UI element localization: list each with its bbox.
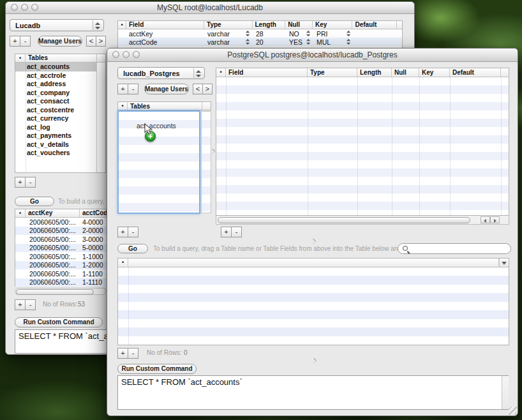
table-list-item[interactable]: act_company [15,89,97,98]
cell-acctkey[interactable]: 20060605/00:... [26,269,80,278]
table-row[interactable]: acctKey varchar 28 NO PRI [118,29,402,38]
stepper-icon[interactable] [246,39,250,45]
vertical-scrollbar-gutter[interactable] [96,63,105,172]
stepper-icon[interactable] [306,31,311,36]
add-database-button[interactable]: + [10,36,20,47]
back-button[interactable]: < [193,84,203,94]
vertical-scrollbar-gutter[interactable] [502,376,509,409]
database-dropdown[interactable]: lucadb_Postgres [117,67,205,79]
manage-users-button[interactable]: Manage Users [144,84,189,94]
cell-null[interactable]: YES [287,38,314,46]
stepper-icon[interactable] [306,39,311,45]
add-row-button[interactable]: + [117,348,128,359]
add-database-button[interactable]: + [117,84,128,94]
column-header-tables[interactable]: Tables [128,102,202,110]
horizontal-scrollbar[interactable] [216,216,509,225]
column-header-type[interactable]: Type [204,21,252,29]
column-header-length[interactable]: Length [253,21,286,29]
cell-acctkey[interactable]: 20060605/00:... [26,227,80,236]
mysql-tables-list[interactable]: act_accounts act_acctrole act_address ac… [15,63,97,172]
manage-users-button[interactable]: Manage Users [38,36,82,47]
table-list-item[interactable]: act_log [15,123,97,132]
remove-field-button[interactable]: - [231,227,242,237]
horizontal-scrollbar-thumb[interactable] [218,217,470,223]
column-header-default[interactable]: Default [450,68,501,77]
cell-type[interactable]: varchar [205,38,253,46]
cell-length[interactable]: 20 [253,38,287,46]
pane-resize-handle[interactable] [311,358,317,363]
search-field[interactable] [398,243,511,254]
column-header-length[interactable]: Length [357,68,392,77]
forward-button[interactable]: > [202,84,213,94]
column-header-tables[interactable]: Tables [26,54,97,62]
remove-table-button[interactable]: - [128,227,138,237]
mysql-titlebar[interactable]: MySQL root@localhost/Lucadb [6,2,414,14]
table-list-item[interactable]: act_address [15,80,97,89]
scroll-right-button[interactable] [490,216,500,223]
custom-command-input[interactable]: SELECT * FROM `act_accounts` [117,375,509,410]
remove-database-button[interactable]: - [20,36,31,47]
table-list-item[interactable]: act_currency [15,114,97,123]
add-table-button[interactable]: + [15,177,26,188]
table-list-item[interactable]: act_vouchers [15,149,97,158]
cell-length[interactable]: 28 [253,29,287,38]
column-header-null[interactable]: Null [285,21,313,29]
table-row[interactable]: acctCode varchar 20 YES MUL [118,38,402,46]
pane-resize-handle[interactable] [311,239,316,244]
remove-row-button[interactable]: - [128,348,138,359]
column-header-default[interactable]: Default [352,21,397,29]
dropdown-stepper-icon[interactable] [193,68,204,78]
column-header-null[interactable]: Null [392,68,419,77]
cell-field[interactable]: acctKey [126,29,205,38]
table-list-item[interactable]: act_costcentre [15,106,97,115]
go-button[interactable]: Go [117,244,148,253]
cell-key[interactable]: MUL [314,38,354,46]
remove-database-button[interactable]: - [128,84,138,94]
cell-acctkey[interactable]: 20060605/00:... [26,218,80,227]
scroll-left-button[interactable] [481,216,490,223]
cell-acctkey[interactable]: 20060605/00:... [26,244,80,253]
cell-default[interactable] [354,29,399,38]
cell-acctkey[interactable]: 20060605/00:... [26,278,80,287]
cell-null[interactable]: NO [287,29,314,38]
go-button[interactable]: Go [15,197,54,206]
horizontal-scrollbar[interactable] [15,288,106,295]
stepper-icon[interactable] [347,31,351,36]
database-dropdown[interactable]: Lucadb [10,19,104,31]
vertical-scrollbar-gutter[interactable] [201,111,211,213]
cell-default[interactable] [354,38,399,46]
column-header-acctkey[interactable]: acctKey [26,209,80,217]
remove-table-button[interactable]: - [25,177,36,188]
column-header-field[interactable]: Field [226,68,308,77]
add-field-button[interactable]: + [221,227,232,237]
dropdown-stepper-icon[interactable] [93,20,103,30]
horizontal-scrollbar-thumb[interactable] [16,289,94,295]
column-header-field[interactable]: Field [126,21,204,29]
table-list-item[interactable]: act_payments [15,131,97,140]
stepper-icon[interactable] [246,31,250,36]
column-options-button[interactable] [499,259,509,267]
cell-acctkey[interactable]: 20060605/00:... [26,235,80,244]
remove-row-button[interactable]: - [25,299,36,310]
stepper-icon[interactable] [347,39,351,45]
add-row-button[interactable]: + [15,299,26,310]
cell-field[interactable]: acctCode [126,38,205,46]
cell-acctkey[interactable]: 20060605/00:... [26,261,80,270]
search-input[interactable] [411,244,508,253]
window-resize-grip[interactable] [509,407,517,415]
cell-key[interactable]: PRI [314,29,354,38]
back-button[interactable]: < [86,36,96,47]
postgres-titlebar[interactable]: PostgreSQL postgres@localhost/lucadb_Pos… [107,49,518,62]
table-list-item[interactable]: act_consacct [15,97,97,106]
column-header-type[interactable]: Type [308,68,357,77]
table-list-item[interactable]: act_accounts [15,63,97,71]
cell-type[interactable]: varchar [205,29,253,38]
column-header-key[interactable]: Key [313,21,353,29]
forward-button[interactable]: > [96,36,106,47]
cell-acctkey[interactable]: 20060605/00:... [26,252,80,261]
run-custom-command-button[interactable]: Run Custom Command [15,317,103,327]
table-list-item[interactable]: act_acctrole [15,71,97,80]
table-list-item[interactable]: act_v_details [15,140,97,149]
column-header-key[interactable]: Key [419,68,450,77]
run-custom-command-button[interactable]: Run Custom Command [117,364,197,374]
